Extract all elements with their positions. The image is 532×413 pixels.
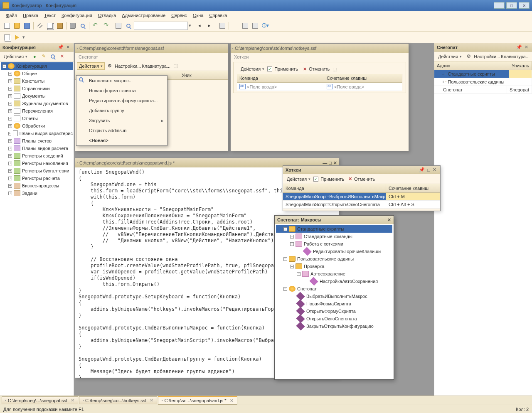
col-addin[interactable]: Аддин (434, 61, 509, 70)
tree-item[interactable]: +Константы (1, 77, 73, 85)
close-icon[interactable]: ✕ (65, 44, 71, 50)
tree-item[interactable]: +Регистры бухгалтерии (1, 167, 73, 175)
toggle-button[interactable] (114, 21, 123, 30)
search-input[interactable] (134, 22, 188, 30)
apply-button[interactable]: Применить (274, 66, 298, 71)
tree-item[interactable]: +Общие (1, 70, 73, 77)
actions-dropdown[interactable]: Действия (77, 62, 105, 70)
extra-icon[interactable]: ⬚ (171, 62, 180, 70)
addin-row[interactable]: +Пользовательские аддины (434, 78, 532, 86)
menu-item[interactable]: Открыть addins.ini (76, 125, 167, 135)
float-macros-window[interactable]: Снегопат: Макросы ✕ −Стандартные скрипты… (274, 215, 394, 380)
tree-button[interactable] (2, 33, 12, 42)
nav-back-button[interactable]: ◂ (195, 21, 204, 30)
tab-close-icon[interactable]: ✕ (150, 398, 153, 403)
redo-button[interactable]: ↶ (101, 21, 110, 30)
close-icon[interactable]: ✕ (523, 44, 530, 50)
macro-item[interactable]: НоваяФормаСкрипта (276, 300, 392, 307)
menu-item[interactable]: Добавить группу (76, 106, 167, 116)
input-placeholder[interactable]: <Поле ввода> (247, 84, 277, 89)
search-icon[interactable] (124, 21, 133, 30)
tree-item[interactable]: +Регистры расчета (1, 175, 73, 182)
macro-item[interactable]: ОткрытьФормуСкрипта (276, 307, 392, 315)
tree-item[interactable]: +Планы видов расчета (1, 145, 73, 152)
col-hotkey[interactable]: Сочетание клавиш (324, 74, 402, 82)
close-button[interactable]: ✕ (519, 2, 530, 9)
macro-item[interactable]: −Работа с хоткеями (276, 240, 392, 248)
minimize-button[interactable]: — (494, 2, 505, 9)
menu-Текст[interactable]: Текст (42, 12, 58, 19)
tree-item[interactable]: +Планы счетов (1, 137, 73, 145)
menu-Сервис[interactable]: Сервис (169, 12, 190, 19)
edit-icon[interactable]: ✎ (39, 53, 48, 60)
bottom-tab[interactable]: C:\temp\sneg\co...\hotkeys.ssf✕ (79, 396, 157, 404)
menu-Конфигурация[interactable]: Конфигурация (59, 12, 95, 19)
hotkey-row[interactable]: SnegopatMainScript::ОткрытьОкноСнегопата… (283, 201, 440, 209)
tree-item[interactable]: +Бизнес-процессы (1, 182, 73, 189)
tree-item[interactable]: +Журналы документов (1, 100, 73, 107)
macro-item[interactable]: −Стандартные скрипты (276, 225, 392, 233)
tab-close-icon[interactable]: ✕ (71, 398, 74, 403)
macro-item[interactable]: ЗакрытьОткрытьКонфигурацию (276, 322, 392, 330)
tree-item[interactable]: +Справочники (1, 85, 73, 92)
macro-item[interactable]: ВыбратьИВыполнитьМакрос (276, 293, 392, 300)
menu-item[interactable]: Редактировать форму скрипта... (76, 96, 167, 106)
tree-item[interactable]: +Регистры накопления (1, 160, 73, 167)
tool-button-3[interactable] (241, 21, 250, 30)
actions-dropdown[interactable]: Действия (239, 65, 266, 73)
settings-link[interactable]: Настройки... (115, 64, 141, 69)
run-button[interactable] (12, 33, 22, 42)
copy-button[interactable] (45, 21, 54, 30)
save-button[interactable] (22, 21, 32, 30)
addins-tree[interactable]: −Стандартные скрипты+Пользовательские ад… (434, 70, 532, 405)
menu-Правка[interactable]: Правка (20, 12, 41, 19)
addin-row[interactable]: СнегопатSnegopat (434, 86, 532, 94)
close-icon[interactable]: ✕ (333, 160, 337, 166)
macros-header[interactable]: Снегопат: Макросы ✕ (275, 216, 394, 224)
tree-item[interactable]: +Обработки (1, 122, 73, 130)
menu-item[interactable]: Выполнить макрос... (76, 76, 167, 86)
actions-dropdown[interactable]: Действия (436, 53, 464, 60)
tree-item[interactable]: +Задачи (1, 189, 73, 197)
tool-button-4[interactable] (251, 21, 260, 30)
menu-item[interactable]: <Новая> (76, 135, 167, 145)
menu-Окна[interactable]: Окна (190, 12, 206, 19)
window-header[interactable]: C:\temp\sneg\core\std\forms\hotkeys.ssf (231, 44, 409, 53)
macro-item[interactable]: НастройкаАвтоСохранения (276, 278, 392, 285)
config-tree[interactable]: −Конфигурация +Общие+Константы+Справочни… (0, 61, 74, 405)
tree-item[interactable]: +Перечисления (1, 107, 73, 115)
menu-Справка[interactable]: Справка (207, 12, 229, 19)
cancel-button[interactable]: Отменить (309, 66, 330, 71)
menu-item[interactable]: Загрузить (76, 116, 167, 125)
open-button[interactable] (12, 21, 22, 30)
tree-item[interactable]: +Регистры сведений (1, 152, 73, 160)
extra-icon[interactable]: ⬚ (330, 65, 339, 73)
tool-button-1[interactable] (218, 21, 227, 30)
col-command[interactable]: Команда (283, 184, 386, 192)
input-placeholder[interactable]: <Поле ввода> (334, 84, 364, 89)
help-button[interactable]: ⓘ▾ (261, 21, 270, 30)
tree-item[interactable]: +Планы видов характерис (1, 130, 73, 137)
delete-icon[interactable]: ✕ (58, 53, 66, 60)
tool-button-2[interactable] (231, 21, 240, 30)
maximize-icon[interactable]: □ (426, 167, 431, 172)
menu-item[interactable]: Новая форма скрипта (76, 86, 167, 96)
new-button[interactable] (2, 21, 12, 30)
find-icon[interactable] (49, 53, 57, 60)
keyboard-link[interactable]: Клавиатура... (142, 64, 170, 69)
macro-item[interactable]: ОткрытьОкноСнегопата (276, 315, 392, 322)
tab-close-icon[interactable]: ✕ (230, 398, 234, 403)
preview-button[interactable] (78, 21, 87, 30)
menu-Файл[interactable]: Файл (3, 12, 20, 19)
menu-Отладка[interactable]: Отладка (96, 12, 119, 19)
macro-item[interactable]: +Стандартные команды (276, 233, 392, 240)
actions-dropdown[interactable]: Действия (2, 53, 30, 60)
pin-icon[interactable]: 📌 (515, 44, 523, 50)
macro-item[interactable]: РедактироватьГорячиеКлавиши (276, 248, 392, 255)
close-icon[interactable]: ✕ (431, 167, 438, 172)
col-hotkey[interactable]: Сочетание клавиш (386, 184, 440, 192)
settings-icon[interactable]: ⚙ (465, 53, 473, 60)
col-unique[interactable]: Уник (179, 71, 228, 79)
bottom-tab[interactable]: C:\temp\sneg\...\snegopat.ssf✕ (2, 396, 78, 404)
macro-item[interactable]: −Пользовательские аддины (276, 255, 392, 263)
